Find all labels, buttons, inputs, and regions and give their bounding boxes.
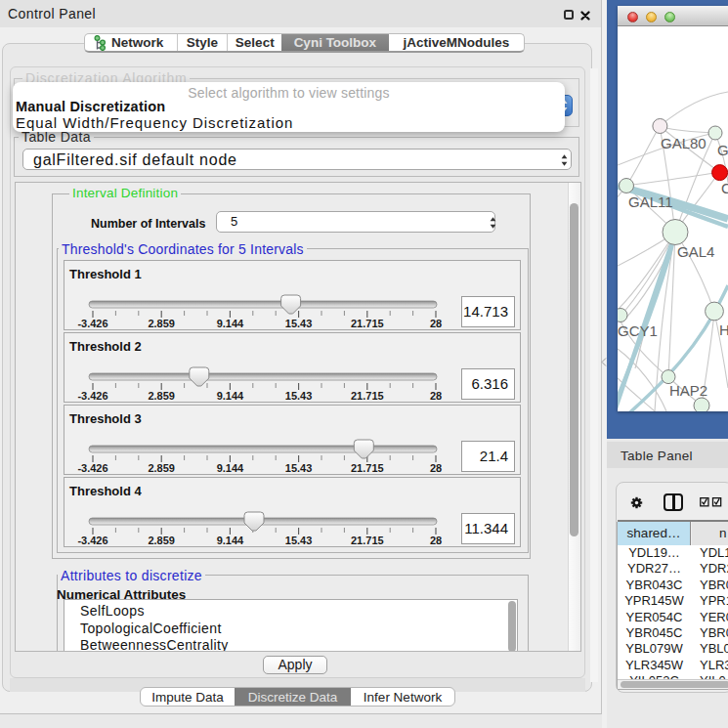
svg-text:GAL80: GAL80 (661, 135, 707, 151)
svg-text:-3.426: -3.426 (77, 318, 107, 329)
svg-text:9.144: 9.144 (217, 318, 244, 329)
svg-text:21.715: 21.715 (351, 390, 384, 402)
svg-text:15.43: 15.43 (285, 390, 313, 402)
svg-text:C: C (721, 180, 728, 196)
svg-text:2.859: 2.859 (148, 318, 175, 329)
svg-text:-3.426: -3.426 (77, 390, 107, 402)
svg-text:GAL11: GAL11 (628, 193, 673, 210)
svg-text:-3.426: -3.426 (77, 535, 107, 546)
svg-text:15.43: 15.43 (285, 535, 313, 546)
svg-text:9.144: 9.144 (217, 390, 244, 402)
svg-text:GAL4: GAL4 (677, 243, 714, 260)
svg-text:28: 28 (430, 535, 442, 546)
svg-text:G.: G. (717, 142, 728, 158)
svg-text:H: H (719, 321, 728, 338)
svg-text:15.43: 15.43 (285, 462, 313, 474)
svg-text:28: 28 (430, 462, 442, 474)
svg-text:15.43: 15.43 (285, 318, 313, 329)
svg-text:2.859: 2.859 (148, 390, 175, 402)
svg-text:9.144: 9.144 (217, 462, 244, 474)
svg-text:28: 28 (430, 318, 442, 329)
svg-text:21.715: 21.715 (351, 462, 384, 474)
svg-text:GCY1: GCY1 (618, 322, 658, 339)
svg-text:28: 28 (430, 390, 442, 402)
svg-text:2.859: 2.859 (148, 462, 175, 474)
svg-text:21.715: 21.715 (351, 535, 384, 546)
svg-text:2.859: 2.859 (148, 535, 175, 546)
svg-text:9.144: 9.144 (217, 535, 244, 546)
svg-text:HAP2: HAP2 (669, 382, 707, 399)
svg-text:-3.426: -3.426 (77, 462, 107, 474)
svg-text:21.715: 21.715 (351, 318, 384, 329)
